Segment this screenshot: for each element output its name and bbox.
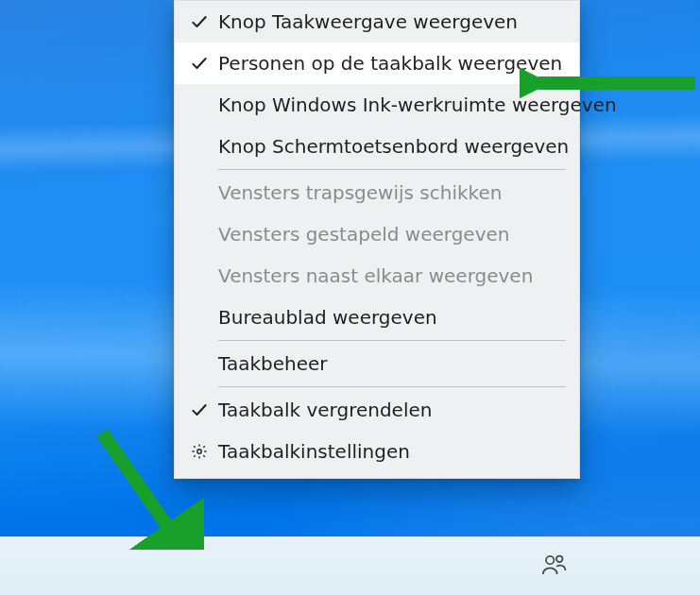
- taskbar-context-menu: Knop Taakweergave weergevenPersonen op d…: [174, 0, 580, 479]
- menu-item-label: Personen op de taakbalk weergeven: [213, 52, 562, 75]
- menu-item: Vensters naast elkaar weergeven: [175, 255, 579, 297]
- menu-item-label: Vensters naast elkaar weergeven: [213, 264, 533, 287]
- menu-item-label: Knop Taakweergave weergeven: [213, 10, 518, 33]
- menu-separator: [218, 386, 566, 387]
- menu-item-label: Taakbeheer: [213, 352, 328, 375]
- svg-point-1: [556, 556, 563, 563]
- menu-item-label: Knop Windows Ink-werkruimte weergeven: [213, 94, 617, 116]
- menu-item[interactable]: Personen op de taakbalk weergeven: [175, 42, 579, 84]
- menu-item: Vensters trapsgewijs schikken: [175, 172, 579, 213]
- checkmark-icon: [186, 54, 213, 73]
- menu-item[interactable]: Knop Windows Ink-werkruimte weergeven: [175, 84, 579, 126]
- menu-item[interactable]: Taakbalkinstellingen: [175, 431, 579, 472]
- checkmark-icon: [186, 400, 213, 419]
- menu-item[interactable]: Knop Schermtoetsenbord weergeven: [175, 126, 579, 167]
- menu-item-label: Vensters gestapeld weergeven: [213, 223, 509, 246]
- svg-point-0: [546, 556, 555, 565]
- menu-item[interactable]: Taakbalk vergrendelen: [175, 389, 579, 431]
- menu-separator: [218, 169, 566, 170]
- taskbar[interactable]: [0, 536, 700, 595]
- menu-item[interactable]: Bureaublad weergeven: [175, 297, 579, 338]
- menu-item-label: Taakbalkinstellingen: [213, 440, 410, 463]
- menu-separator: [218, 340, 566, 341]
- svg-point-2: [197, 450, 202, 454]
- menu-item-label: Vensters trapsgewijs schikken: [213, 181, 502, 204]
- gear-icon: [186, 443, 213, 460]
- people-icon[interactable]: [539, 551, 568, 583]
- menu-item-label: Taakbalk vergrendelen: [213, 399, 432, 421]
- menu-item: Vensters gestapeld weergeven: [175, 213, 579, 255]
- menu-item[interactable]: Knop Taakweergave weergeven: [175, 1, 579, 42]
- menu-item-label: Knop Schermtoetsenbord weergeven: [213, 135, 569, 158]
- checkmark-icon: [186, 12, 213, 31]
- menu-item-label: Bureaublad weergeven: [213, 306, 437, 329]
- menu-item[interactable]: Taakbeheer: [175, 343, 579, 384]
